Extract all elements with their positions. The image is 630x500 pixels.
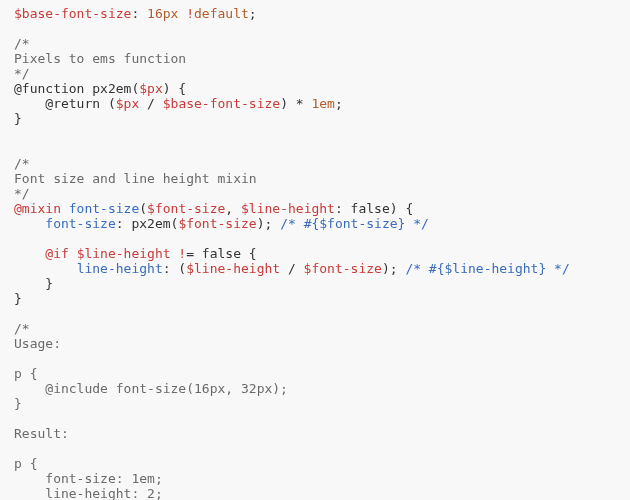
mixin-name-token: font-size (69, 201, 139, 216)
keyword-token: default (194, 6, 249, 21)
comment-block: /* Font size and line height mixin */ (14, 156, 257, 201)
line: } (14, 276, 53, 291)
line: @mixin font-size($font-size, $line-heigh… (14, 201, 413, 216)
line: @if $line-height != false { (14, 246, 257, 261)
at-rule-token: @mixin (14, 201, 61, 216)
number-token: 16px (147, 6, 178, 21)
line: $base-font-size: 16px !default; (14, 6, 257, 21)
line: } (14, 111, 22, 126)
code-block: $base-font-size: 16px !default; /* Pixel… (0, 0, 630, 500)
line: @function px2em($px) { (14, 81, 186, 96)
variable-token: $base-font-size (14, 6, 131, 21)
property-token: font-size (45, 216, 115, 231)
inline-comment: /* #{$line-height} */ (405, 261, 569, 276)
line: line-height: ($line-height / $font-size)… (14, 261, 570, 276)
line: } (14, 291, 22, 306)
inline-comment: /* #{$font-size} */ (280, 216, 429, 231)
comment-block: /* Usage: p { @include font-size(16px, 3… (14, 321, 288, 500)
property-token: line-height (77, 261, 163, 276)
comment-block: /* Pixels to ems function */ (14, 36, 186, 81)
at-rule-token: @if (45, 246, 68, 261)
line: font-size: px2em($font-size); /* #{$font… (14, 216, 429, 231)
line: @return ($px / $base-font-size) * 1em; (14, 96, 343, 111)
